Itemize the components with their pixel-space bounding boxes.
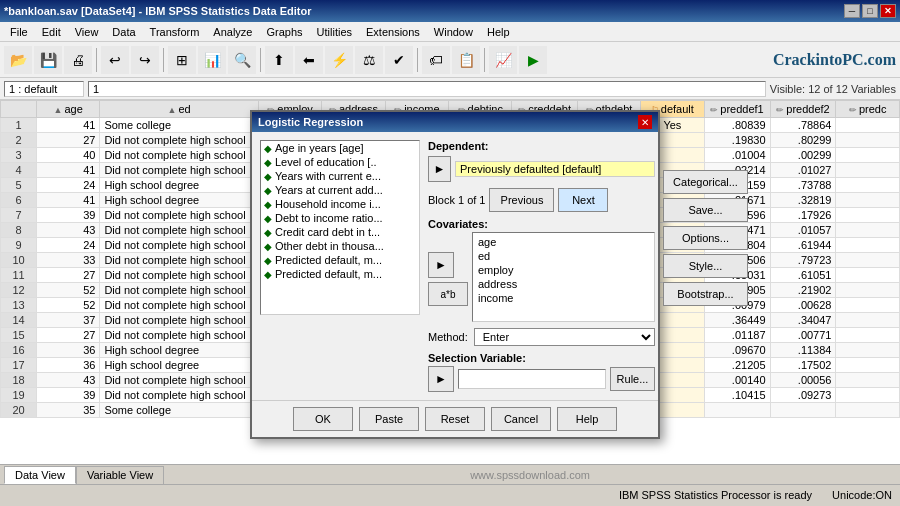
- weight-button[interactable]: ⚖: [355, 46, 383, 74]
- cell-predc[interactable]: [836, 253, 900, 268]
- cell-ed[interactable]: Some college: [100, 118, 259, 133]
- cell-preddef2[interactable]: .17926: [770, 208, 836, 223]
- cell-preddef2[interactable]: .34047: [770, 313, 836, 328]
- variable-list[interactable]: ◆Age in years [age]◆Level of education […: [260, 140, 420, 315]
- maximize-button[interactable]: □: [862, 4, 878, 18]
- cancel-button[interactable]: Cancel: [491, 407, 551, 431]
- cell-age[interactable]: 40: [37, 148, 100, 163]
- covariate-item[interactable]: age: [475, 235, 652, 249]
- method-select[interactable]: Enter: [474, 328, 655, 346]
- cell-ed[interactable]: High school degree: [100, 358, 259, 373]
- cell-age[interactable]: 37: [37, 313, 100, 328]
- cell-ed[interactable]: Did not complete high school: [100, 268, 259, 283]
- chart-button[interactable]: 📈: [489, 46, 517, 74]
- selection-arrow-button[interactable]: ►: [428, 366, 454, 392]
- cell-ed[interactable]: Did not complete high school: [100, 148, 259, 163]
- tab-data-view[interactable]: Data View: [4, 466, 76, 484]
- cell-predc[interactable]: [836, 298, 900, 313]
- minimize-button[interactable]: ─: [844, 4, 860, 18]
- variable-list-item[interactable]: ◆Credit card debt in t...: [261, 225, 419, 239]
- covariates-arrow-button[interactable]: ►: [428, 252, 454, 278]
- cell-predc[interactable]: [836, 343, 900, 358]
- menu-help[interactable]: Help: [481, 25, 516, 39]
- cell-ed[interactable]: High school degree: [100, 193, 259, 208]
- cell-ed[interactable]: Did not complete high school: [100, 388, 259, 403]
- cell-preddef2[interactable]: .00299: [770, 148, 836, 163]
- covariate-item[interactable]: ed: [475, 249, 652, 263]
- cell-preddef2[interactable]: .32819: [770, 193, 836, 208]
- cell-age[interactable]: 52: [37, 298, 100, 313]
- cell-age[interactable]: 36: [37, 343, 100, 358]
- tab-variable-view[interactable]: Variable View: [76, 466, 164, 484]
- menu-extensions[interactable]: Extensions: [360, 25, 426, 39]
- col-ed[interactable]: ▲ed: [100, 101, 259, 118]
- cell-preddef2[interactable]: .21902: [770, 283, 836, 298]
- cell-age[interactable]: 43: [37, 373, 100, 388]
- menu-file[interactable]: File: [4, 25, 34, 39]
- cell-ed[interactable]: Did not complete high school: [100, 253, 259, 268]
- cell-preddef2[interactable]: .73788: [770, 178, 836, 193]
- run-button[interactable]: ▶: [519, 46, 547, 74]
- menu-analyze[interactable]: Analyze: [207, 25, 258, 39]
- menu-utilities[interactable]: Utilities: [311, 25, 358, 39]
- cell-preddef2[interactable]: .61944: [770, 238, 836, 253]
- style-button[interactable]: Style...: [663, 254, 748, 278]
- cell-age[interactable]: 43: [37, 223, 100, 238]
- variable-list-item[interactable]: ◆Debt to income ratio...: [261, 211, 419, 225]
- cell-ed[interactable]: Did not complete high school: [100, 298, 259, 313]
- menu-graphs[interactable]: Graphs: [260, 25, 308, 39]
- cell-age[interactable]: 41: [37, 118, 100, 133]
- variable-list-item[interactable]: ◆Other debt in thousa...: [261, 239, 419, 253]
- cell-age[interactable]: 52: [37, 283, 100, 298]
- cell-predc[interactable]: [836, 283, 900, 298]
- cell-age[interactable]: 35: [37, 403, 100, 418]
- cell-predc[interactable]: [836, 328, 900, 343]
- cell-preddef2[interactable]: .11384: [770, 343, 836, 358]
- col-preddef1[interactable]: ✏preddef1: [704, 101, 770, 118]
- cell-preddef2[interactable]: .17502: [770, 358, 836, 373]
- cell-preddef1[interactable]: [704, 403, 770, 418]
- cell-age[interactable]: 27: [37, 268, 100, 283]
- select-cases-button[interactable]: ✔: [385, 46, 413, 74]
- cell-age[interactable]: 36: [37, 358, 100, 373]
- col-predc[interactable]: ✏predc: [836, 101, 900, 118]
- cell-preddef1[interactable]: .80839: [704, 118, 770, 133]
- menu-edit[interactable]: Edit: [36, 25, 67, 39]
- cell-preddef2[interactable]: .78864: [770, 118, 836, 133]
- cell-ed[interactable]: Did not complete high school: [100, 328, 259, 343]
- cell-predc[interactable]: [836, 268, 900, 283]
- save-button[interactable]: Save...: [663, 198, 748, 222]
- variable-list-item[interactable]: ◆Level of education [..: [261, 155, 419, 169]
- covariate-item[interactable]: address: [475, 277, 652, 291]
- cell-predc[interactable]: [836, 313, 900, 328]
- cell-preddef2[interactable]: .01057: [770, 223, 836, 238]
- cell-age[interactable]: 39: [37, 388, 100, 403]
- help-button[interactable]: Help: [557, 407, 617, 431]
- cell-predc[interactable]: [836, 358, 900, 373]
- cell-ed[interactable]: Did not complete high school: [100, 223, 259, 238]
- next-button[interactable]: Next: [558, 188, 608, 212]
- cell-preddef2[interactable]: .01027: [770, 163, 836, 178]
- cell-preddef2[interactable]: .00628: [770, 298, 836, 313]
- cell-predc[interactable]: [836, 403, 900, 418]
- cell-ed[interactable]: Some college: [100, 403, 259, 418]
- cell-preddef2[interactable]: .79723: [770, 253, 836, 268]
- options-button[interactable]: Options...: [663, 226, 748, 250]
- cell-ed[interactable]: Did not complete high school: [100, 133, 259, 148]
- cell-predc[interactable]: [836, 208, 900, 223]
- cell-preddef2[interactable]: .61051: [770, 268, 836, 283]
- cell-preddef2[interactable]: .09273: [770, 388, 836, 403]
- cell-ed[interactable]: Did not complete high school: [100, 313, 259, 328]
- menu-data[interactable]: Data: [106, 25, 141, 39]
- find-button[interactable]: 🔍: [228, 46, 256, 74]
- variable-list-item[interactable]: ◆Predicted default, m...: [261, 253, 419, 267]
- selection-input[interactable]: [458, 369, 606, 389]
- variable-list-item[interactable]: ◆Predicted default, m...: [261, 267, 419, 281]
- menu-window[interactable]: Window: [428, 25, 479, 39]
- save-button[interactable]: 💾: [34, 46, 62, 74]
- covariate-item[interactable]: employ: [475, 263, 652, 277]
- categorical-button[interactable]: Categorical...: [663, 170, 748, 194]
- redo-button[interactable]: ↪: [131, 46, 159, 74]
- insert-var-button[interactable]: ⬅: [295, 46, 323, 74]
- dialog-close-button[interactable]: ✕: [638, 115, 652, 129]
